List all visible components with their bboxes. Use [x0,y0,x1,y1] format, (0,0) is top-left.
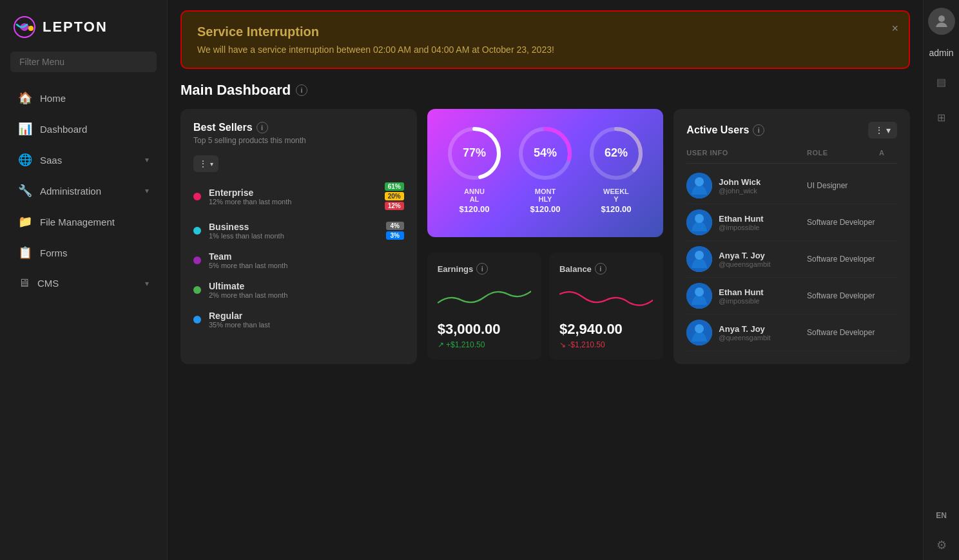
product-bars-business: 4% 3% [386,222,404,240]
nav-item-cms[interactable]: 🖥 CMS ▾ [5,269,162,298]
wrench-icon: 🔧 [18,184,32,198]
earnings-card: Earnings i $3,000. [427,253,541,360]
product-item-team: Team 5% more than last month [193,251,404,269]
product-dot-business [193,227,201,235]
language-selector[interactable]: EN [936,511,947,520]
nav-label-file-management: File Management [40,217,115,227]
right-sidebar: admin ▤ ⊞ EN ⚙ [923,0,959,560]
nav-item-saas[interactable]: 🌐 Saas ▾ [5,145,162,175]
circle-annual-label: ANNUAL [464,188,485,203]
cms-icon: 🖥 [18,276,30,290]
avatar [686,283,712,309]
user-name: Ethan Hunt [719,214,763,224]
earnings-balance-grid: Earnings i $3,000. [427,253,664,360]
circle-monthly: 54% MONTHLY $120.00 [516,124,574,214]
circle-annual-svg: 77% [445,124,503,182]
folder-icon: 📁 [18,215,32,229]
main-area: Service Interruption We will have a serv… [168,0,923,560]
user-row: Ethan Hunt @impossible Software Develope… [686,204,897,241]
best-sellers-card: Best Sellers i Top 5 selling products th… [180,109,417,364]
svg-point-1 [28,26,34,31]
product-dot-regular [193,316,201,323]
svg-point-20 [695,324,704,333]
product-item-regular: Regular 35% more than last [193,311,404,329]
nav-item-home[interactable]: 🏠 Home [5,83,162,113]
bar-business-1: 4% [386,222,404,230]
table-view-icon[interactable]: ▤ [931,71,951,93]
bar-enterprise-1: 61% [385,182,404,191]
best-sellers-subtitle: Top 5 selling products this month [193,136,404,145]
svg-point-16 [695,251,704,260]
user-handle: @queensgambit [719,334,770,342]
earnings-change: ↗ +$1,210.50 [438,340,531,349]
product-sub-ultimate: 2% more than last month [209,291,404,299]
product-dot-enterprise [193,193,201,200]
dashboard-grid: Best Sellers i Top 5 selling products th… [180,109,910,364]
page-title: Main Dashboard i [180,82,910,99]
balance-change: ↘ -$1,210.50 [559,340,653,349]
circle-weekly-svg: 62% [587,124,645,182]
nav-label-saas: Saas [40,155,62,166]
filter-input[interactable] [10,52,157,72]
active-users-menu-button[interactable]: ⋮ ▾ [868,122,897,139]
circle-monthly-amount: $120.00 [530,204,560,214]
product-item-enterprise: Enterprise 12% more than last month 61% … [193,182,404,210]
user-role: Software Developer [807,328,879,337]
bar-business-2: 3% [386,231,404,240]
user-row: Anya T. Joy @queensgambit Software Devel… [686,314,897,351]
nav-item-dashboard[interactable]: 📊 Dashboard [5,114,162,144]
avatar [686,173,712,198]
user-info-cell: Ethan Hunt @impossible [686,283,807,309]
user-info-cell: John Wick @john_wick [686,173,807,198]
circle-annual: 77% ANNUAL $120.00 [445,124,503,214]
user-name: Anya T. Joy [719,251,770,260]
active-users-title: Active Users i [686,124,764,136]
earnings-amount: $3,000.00 [438,321,531,338]
circle-weekly-amount: $120.00 [601,204,631,214]
alert-banner: Service Interruption We will have a serv… [180,10,910,69]
user-handle: @impossible [719,224,763,231]
logo-text: LEPTON [43,19,108,35]
col-role: ROLE [807,149,879,157]
chevron-down-icon-3: ▾ [145,279,149,288]
svg-text:77%: 77% [463,146,486,159]
nav-label-cms: CMS [37,278,59,289]
chart-icon: 📊 [18,122,32,136]
user-row: John Wick @john_wick UI Designer [686,168,897,204]
product-bars-enterprise: 61% 20% 12% [385,182,404,210]
nav-item-forms[interactable]: 📋 Forms [5,238,162,267]
balance-amount: $2,940.00 [559,321,653,338]
product-item-business: Business 1% less than last month 4% 3% [193,222,404,240]
nav-item-administration[interactable]: 🔧 Administration ▾ [5,176,162,206]
user-row: Ethan Hunt @impossible Software Develope… [686,278,897,314]
avatar [686,320,712,345]
circles-row: 77% ANNUAL $120.00 54% M [445,124,645,214]
admin-avatar [928,8,955,35]
avatar [686,246,712,272]
user-name: John Wick [719,177,760,187]
alert-title: Service Interruption [197,24,893,39]
nav-item-file-management[interactable]: 📁 File Management [5,207,162,237]
nav-label-forms: Forms [40,247,68,258]
best-sellers-menu-button[interactable]: ⋮ ▾ [193,155,218,172]
circle-weekly-label: WEEKLY [603,188,629,203]
best-sellers-toolbar: ⋮ ▾ [193,155,404,172]
user-handle: @john_wick [719,187,760,195]
balance-chart [559,281,653,313]
sidebar: LEPTON 🏠 Home 📊 Dashboard 🌐 Saas ▾ 🔧 Adm… [0,0,168,560]
grid-view-icon[interactable]: ⊞ [932,106,951,129]
bar-enterprise-2: 20% [385,192,404,200]
active-users-info-icon: i [753,124,764,136]
svg-point-12 [695,177,704,186]
settings-icon[interactable]: ⚙ [936,538,947,552]
balance-title: Balance i [559,263,653,275]
alert-message: We will have a service interruption betw… [197,44,893,55]
svg-point-14 [695,214,704,223]
admin-label: admin [929,48,953,58]
alert-close-button[interactable]: × [891,22,898,35]
svg-point-21 [938,15,945,22]
user-name: Anya T. Joy [719,324,770,334]
svg-point-18 [695,287,704,296]
logo-icon [13,15,36,39]
user-role: Software Developer [807,255,879,264]
